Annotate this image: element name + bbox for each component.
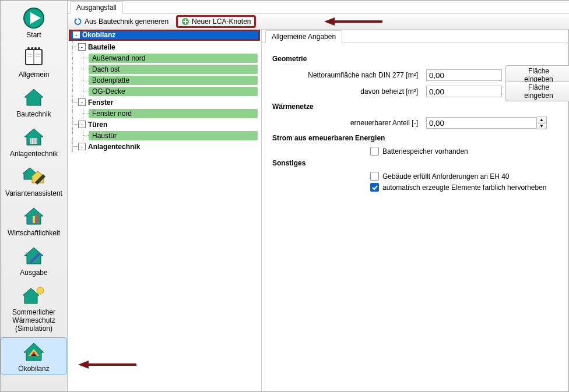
tree-group[interactable]: -Anlagentechnik <box>68 141 261 152</box>
input-beheizt[interactable] <box>426 86 502 97</box>
tree-root-label: Ökobilanz <box>82 31 115 39</box>
tree-group[interactable]: -Türen <box>68 119 261 130</box>
svg-rect-26 <box>36 214 38 223</box>
checkbox-label: Gebäude erfüllt Anforderungen an EH 40 <box>382 172 510 181</box>
tree-item[interactable]: OG-Decke <box>68 86 261 97</box>
collapse-icon[interactable]: - <box>78 43 86 51</box>
sidebar-item-variantenassistent[interactable]: Variantenassistent <box>1 163 67 199</box>
tree-item-label: Außenwand nord <box>89 54 258 63</box>
collapse-icon[interactable]: - <box>73 31 80 38</box>
checkbox-label: automatisch erzeugte Elemente farblich h… <box>382 183 547 192</box>
sidebar-item-ausgabe[interactable]: Ausgabe <box>1 242 67 278</box>
svg-point-6 <box>34 47 37 50</box>
sidebar-item-label: Bautechnik <box>16 110 51 118</box>
house-chart-icon <box>20 204 48 228</box>
sidebar-item-anlagentechnik[interactable]: Anlagentechnik <box>1 123 67 159</box>
tree-group[interactable]: -Fenster <box>68 97 261 108</box>
tree-group[interactable]: -Bauteile <box>68 41 261 52</box>
tree-item-label: Dach ost <box>89 65 258 74</box>
new-lca-node-button[interactable]: Neuer LCA-Knoten <box>176 15 256 28</box>
sidebar-item-start[interactable]: Start <box>1 4 67 40</box>
sidebar-item-label: Allgemein <box>19 70 50 79</box>
collapse-icon[interactable]: - <box>78 121 86 128</box>
tab-allgemeine-angaben[interactable]: Allgemeine Angaben <box>265 30 342 43</box>
tab-ausgangsfall[interactable]: Ausgangsfall <box>70 1 123 14</box>
svg-marker-27 <box>24 248 43 264</box>
stepper-down-icon[interactable]: ▼ <box>537 123 546 129</box>
section-sonstiges: Sonstiges <box>272 159 569 167</box>
tree-group-label: Anlagentechnik <box>86 143 142 151</box>
house-sun-icon <box>20 284 48 307</box>
checkbox-farblich-hervorheben[interactable] <box>370 183 379 192</box>
tool-label: Aus Bautechnik generieren <box>85 17 168 26</box>
case-tab-bar: Ausgangsfall <box>68 1 569 14</box>
svg-point-7 <box>38 47 40 50</box>
label-beheizt: davon beheizt [m²] <box>272 87 423 96</box>
tree-item-label: Bodenplatte <box>89 76 258 85</box>
refresh-icon <box>74 17 82 26</box>
section-strom: Strom aus erneuerbaren Energien <box>272 134 569 142</box>
collapse-icon[interactable]: - <box>78 98 86 106</box>
svg-rect-24 <box>30 218 32 223</box>
tree-item[interactable]: Haustür <box>68 130 261 141</box>
input-nettoraumflaeche[interactable] <box>426 69 502 81</box>
tree-item-label: Fenster nord <box>89 109 258 118</box>
svg-rect-25 <box>33 216 35 223</box>
tree-item[interactable]: Dach ost <box>68 63 261 75</box>
sidebar-item-label: Start <box>26 31 41 39</box>
stepper[interactable]: ▲▼ <box>537 116 547 129</box>
sidebar-item-label: Sommerlicher Wärmeschutz (Simulation) <box>12 308 55 333</box>
sidebar-item-label: Ausgabe <box>20 269 47 277</box>
sidebar-item-sommerlicher[interactable]: Sommerlicher Wärmeschutz (Simulation) <box>1 281 67 334</box>
sidebar-item-wirtschaftlichkeit[interactable]: Wirtschaftlichkeit <box>1 202 67 238</box>
sidebar-item-oekobilanz[interactable]: Ökobilanz <box>1 337 67 375</box>
label-nettoraumflaeche: Nettoraumfläche nach DIN 277 [m²] <box>272 71 423 79</box>
tree-item[interactable]: Fenster nord <box>68 108 261 119</box>
checkbox-batteriespeicher[interactable] <box>370 147 379 156</box>
tree-group-label: Bauteile <box>86 43 118 51</box>
toolbar: Aus Bautechnik generieren Neuer LCA-Knot… <box>68 14 569 30</box>
house-lca-icon <box>20 340 48 363</box>
tree-item-label: Haustür <box>89 131 258 140</box>
sidebar-item-label: Anlagentechnik <box>10 150 58 158</box>
add-icon <box>181 17 189 26</box>
label-erneuerbarer-anteil: erneuerbarer Anteil [-] <box>272 119 423 127</box>
section-geometrie: Geometrie <box>272 55 569 63</box>
sidebar-item-label: Variantenassistent <box>5 189 62 197</box>
section-waermenetze: Wärmenetze <box>272 103 569 111</box>
tool-label: Neuer LCA-Knoten <box>192 17 251 26</box>
svg-point-31 <box>37 287 44 294</box>
tree-group-label: Türen <box>86 121 110 129</box>
svg-point-5 <box>31 47 33 50</box>
input-erneuerbarer-anteil[interactable] <box>426 117 537 129</box>
annotation-arrow-icon <box>324 16 382 27</box>
sidebar-item-bautechnik[interactable]: Bautechnik <box>1 83 67 119</box>
tree-item[interactable]: Außenwand nord <box>68 52 261 63</box>
collapse-icon[interactable]: - <box>78 143 86 150</box>
house-green-icon <box>20 86 48 109</box>
generate-from-bautechnik-button[interactable]: Aus Bautechnik generieren <box>70 16 173 27</box>
tree-item-label: OG-Decke <box>89 87 258 96</box>
sidebar-item-label: Wirtschaftlichkeit <box>8 229 60 237</box>
house-radiator-icon <box>20 125 48 149</box>
svg-point-4 <box>27 47 30 50</box>
button-flaeche-eingeben-2[interactable]: Fläche eingeben <box>505 82 569 101</box>
notebook-icon <box>20 46 48 69</box>
tree-group-label: Fenster <box>86 98 115 107</box>
tree-pane: - Ökobilanz -BauteileAußenwand nordDach … <box>68 30 262 391</box>
sidebar-item-allgemein[interactable]: Allgemein <box>1 44 67 80</box>
sidebar-item-label: Ökobilanz <box>18 365 49 373</box>
svg-marker-41 <box>324 17 335 26</box>
house-tools-icon <box>20 165 48 188</box>
checkbox-eh40[interactable] <box>370 172 379 181</box>
stepper-up-icon[interactable]: ▲ <box>537 117 546 123</box>
form-tab-bar: Allgemeine Angaben <box>262 30 569 43</box>
house-pencil-icon <box>20 244 48 267</box>
play-icon <box>20 6 48 30</box>
tree-root[interactable]: - Ökobilanz <box>69 30 260 41</box>
svg-marker-12 <box>24 89 43 105</box>
checkbox-label: Batteriespeicher vorhanden <box>382 147 468 156</box>
sidebar: Start Allgemein Bautechnik Anlagentechni… <box>1 1 68 391</box>
tree-item[interactable]: Bodenplatte <box>68 75 261 86</box>
